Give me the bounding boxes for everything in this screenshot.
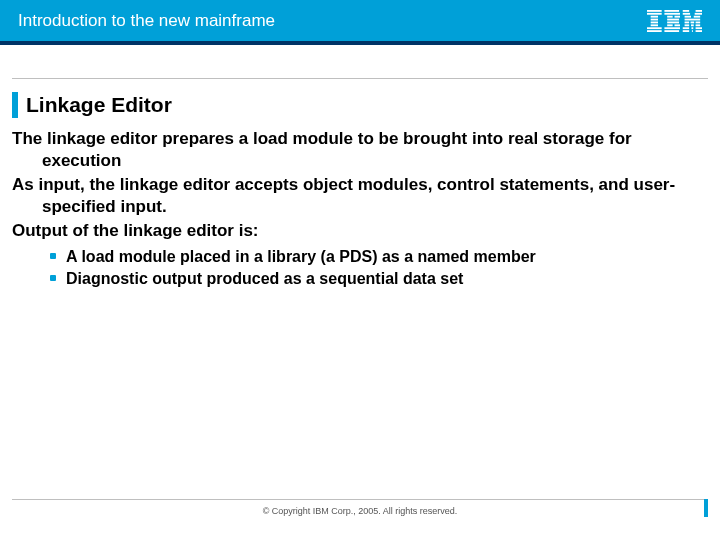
header-title: Introduction to the new mainframe xyxy=(18,11,275,31)
slide-body: The linkage editor prepares a load modul… xyxy=(12,128,708,290)
slide-title: Linkage Editor xyxy=(26,93,172,117)
paragraph: Output of the linkage editor is: xyxy=(12,220,708,242)
paragraph: The linkage editor prepares a load modul… xyxy=(12,128,708,172)
slide-title-row: Linkage Editor xyxy=(12,92,708,118)
svg-rect-26 xyxy=(691,21,695,23)
header-bar: Introduction to the new mainframe xyxy=(0,0,720,45)
footer-copyright: © Copyright IBM Corp., 2005. All rights … xyxy=(0,506,720,516)
svg-rect-10 xyxy=(667,15,673,17)
svg-rect-15 xyxy=(675,24,681,26)
svg-rect-11 xyxy=(675,15,681,17)
svg-rect-24 xyxy=(685,18,701,20)
svg-rect-14 xyxy=(667,24,673,26)
svg-rect-31 xyxy=(683,27,689,29)
svg-rect-32 xyxy=(691,27,693,29)
svg-rect-27 xyxy=(696,21,701,23)
svg-rect-29 xyxy=(691,24,694,26)
bullet-text: A load module placed in a library (a PDS… xyxy=(66,246,536,268)
svg-rect-22 xyxy=(685,15,691,17)
bullet-icon xyxy=(50,275,56,281)
svg-rect-7 xyxy=(647,30,662,32)
bullet-text: Diagnostic output produced as a sequenti… xyxy=(66,268,463,290)
bullet-icon xyxy=(50,253,56,259)
svg-rect-13 xyxy=(667,21,679,23)
footer-accent xyxy=(704,499,708,517)
svg-rect-8 xyxy=(664,10,679,12)
paragraph: As input, the linkage editor accepts obj… xyxy=(12,174,708,218)
svg-rect-25 xyxy=(685,21,690,23)
svg-rect-33 xyxy=(696,27,702,29)
svg-rect-17 xyxy=(664,30,679,32)
svg-rect-21 xyxy=(695,12,702,14)
svg-rect-34 xyxy=(683,30,689,32)
svg-rect-23 xyxy=(694,15,700,17)
svg-rect-0 xyxy=(647,10,662,12)
divider xyxy=(12,78,708,79)
svg-rect-4 xyxy=(651,21,658,23)
list-item: A load module placed in a library (a PDS… xyxy=(50,246,708,268)
list-item: Diagnostic output produced as a sequenti… xyxy=(50,268,708,290)
svg-rect-9 xyxy=(664,12,680,14)
svg-rect-6 xyxy=(647,27,662,29)
svg-rect-30 xyxy=(696,24,701,26)
svg-rect-3 xyxy=(651,18,658,20)
ibm-logo xyxy=(647,10,702,32)
svg-rect-2 xyxy=(651,15,658,17)
title-accent xyxy=(12,92,18,118)
svg-rect-20 xyxy=(683,12,690,14)
footer-divider xyxy=(12,499,708,500)
svg-rect-36 xyxy=(696,30,702,32)
svg-rect-35 xyxy=(692,30,693,32)
svg-rect-19 xyxy=(696,10,702,12)
svg-rect-18 xyxy=(683,10,689,12)
svg-rect-1 xyxy=(647,12,662,14)
svg-rect-12 xyxy=(667,18,679,20)
bullet-list: A load module placed in a library (a PDS… xyxy=(50,246,708,289)
svg-rect-5 xyxy=(651,24,658,26)
svg-rect-16 xyxy=(664,27,680,29)
svg-rect-28 xyxy=(685,24,690,26)
